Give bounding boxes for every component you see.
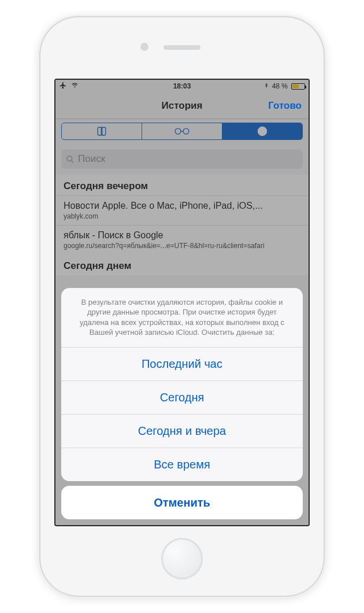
phone-speaker — [164, 45, 200, 50]
sheet-message: В результате очистки удаляются история, … — [61, 288, 303, 347]
phone-camera — [140, 43, 148, 51]
home-button[interactable] — [161, 538, 203, 579]
screen: 18:03 48 % История Готово — [54, 79, 310, 526]
action-sheet: В результате очистки удаляются история, … — [61, 288, 303, 519]
sheet-option-today-yesterday[interactable]: Сегодня и вчера — [61, 414, 303, 448]
sheet-option-last-hour[interactable]: Последний час — [61, 347, 303, 381]
phone-frame: 18:03 48 % История Готово — [40, 17, 324, 596]
sheet-option-all-time[interactable]: Все время — [61, 448, 303, 481]
done-button[interactable]: Готово — [268, 100, 302, 112]
sheet-cancel-button[interactable]: Отменить — [61, 486, 303, 519]
sheet-option-today[interactable]: Сегодня — [61, 381, 303, 414]
